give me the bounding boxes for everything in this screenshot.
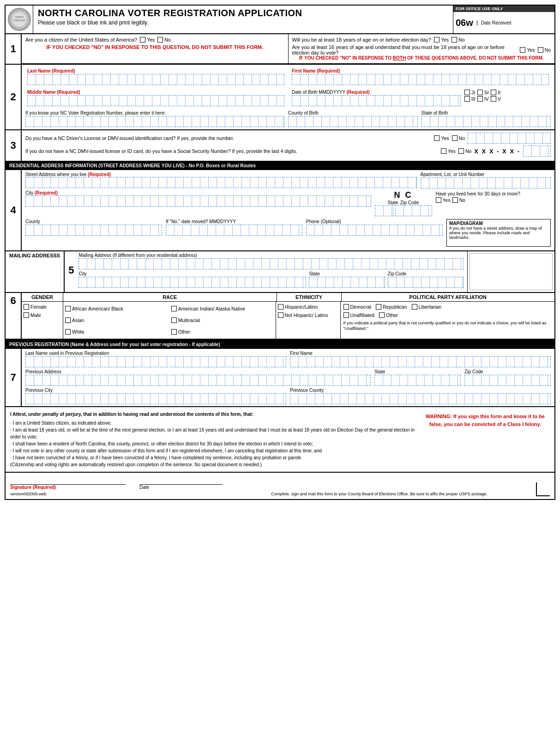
s3-q2-no-cb[interactable] — [458, 148, 464, 154]
street-input[interactable] — [25, 177, 417, 188]
mailing-zip-label: Zip Code — [388, 271, 464, 276]
date-line[interactable] — [139, 475, 223, 485]
mailing-city-label: City — [78, 271, 306, 276]
lived-no-cb[interactable] — [452, 197, 458, 203]
q2-yes-checkbox[interactable] — [434, 37, 440, 43]
footer: Signature (Required) Date version092009-… — [6, 472, 554, 499]
race-white-cb[interactable] — [65, 329, 71, 335]
party-header: POLITICAL PARTY AFFILIATION — [342, 293, 555, 301]
mailing-zip-field: Zip Code — [388, 271, 464, 288]
race-asian-cb[interactable] — [65, 317, 71, 323]
ssn-input[interactable] — [523, 146, 551, 157]
suffix-iii-cb[interactable] — [464, 96, 470, 102]
office-date-block: 06w Date Received — [453, 12, 554, 33]
suffix-ii-cb[interactable] — [491, 90, 496, 95]
prev-county-input[interactable] — [290, 393, 551, 404]
q2-yes-label: Yes — [434, 37, 449, 43]
suffix-iv-cb[interactable] — [477, 96, 483, 102]
county-birth-input[interactable] — [288, 116, 418, 127]
gender-female-cb[interactable] — [24, 304, 29, 310]
warning2-suffix: OF THESE QUESTIONS ABOVE, DO NOT SUBMIT … — [406, 55, 544, 61]
party-libertarian: Libertarian — [412, 304, 442, 310]
s3-dl-input[interactable] — [468, 133, 551, 144]
map-title: MAP/DIAGRAM — [449, 221, 548, 226]
suffix-v-cb[interactable] — [491, 96, 496, 102]
mailing-address-field: Mailing Address (If different from your … — [78, 253, 464, 288]
race-aa-cb[interactable] — [65, 306, 71, 311]
prev-address-label: Previous Address — [25, 369, 371, 374]
eth-not-hispanic-cb[interactable] — [278, 312, 283, 318]
state-label: State — [388, 200, 398, 205]
q3-no-checkbox[interactable] — [538, 47, 543, 53]
race-multi-cb[interactable] — [171, 317, 177, 323]
date-moved-input[interactable] — [166, 225, 302, 236]
race-other-cb[interactable] — [171, 329, 177, 335]
s3-q2-yes-cb[interactable] — [441, 148, 446, 154]
county-birth-label: County of Birth — [288, 110, 418, 116]
county-input[interactable] — [25, 225, 162, 236]
prev-zip-input[interactable] — [464, 375, 551, 386]
s3-q1-yes-cb[interactable] — [434, 135, 440, 141]
nc-voter-id-label: If you know your NC Voter Registration N… — [25, 110, 284, 116]
prev-city-input[interactable] — [25, 393, 286, 404]
prev-city-label: Previous City — [25, 388, 286, 393]
s1-warning: IF YOU CHECKED "NO" IN RESPONSE TO THIS … — [25, 43, 284, 52]
prev-state-field: State — [374, 369, 461, 386]
s3-q2-answer: Yes No X X X - X X - — [441, 146, 551, 157]
first-name-field: First Name (Required) — [292, 68, 549, 85]
dob-input[interactable] — [292, 95, 461, 106]
race-american-indian: American Indian/ Alaska Native — [171, 304, 274, 314]
last-name-field: Last Name (Required) — [27, 68, 284, 85]
mailing-city-input[interactable] — [78, 277, 306, 288]
section-4-number: 4 — [6, 170, 22, 250]
race-multiracial: Multiracial — [171, 316, 274, 325]
suffix-jr-cb[interactable] — [464, 90, 470, 95]
gender-male-cb[interactable] — [24, 312, 29, 318]
state-birth-input[interactable] — [422, 116, 551, 127]
mailing-input[interactable] — [78, 258, 464, 269]
first-name-label: First Name (Required) — [292, 68, 549, 73]
prev-state-input[interactable] — [374, 375, 461, 386]
gender-header: GENDER — [22, 293, 63, 301]
q2-no-checkbox[interactable] — [452, 37, 457, 43]
prev-first-name-input[interactable] — [290, 356, 551, 367]
mailing-section: MAILING ADDRESSS 5 Mailing Address (If d… — [6, 251, 554, 293]
q1-no-checkbox[interactable] — [157, 37, 163, 43]
zip-input[interactable] — [395, 205, 432, 216]
nc-voter-id-input[interactable] — [25, 116, 284, 127]
city-input[interactable] — [25, 195, 371, 207]
race-ai-cb[interactable] — [171, 306, 177, 311]
apt-input[interactable] — [421, 177, 551, 189]
first-name-input[interactable] — [292, 74, 549, 85]
party-rep-cb[interactable] — [376, 304, 381, 310]
lived-yes-cb[interactable] — [436, 197, 441, 203]
prev-last-name-input[interactable] — [25, 356, 286, 367]
age16-question: Are you at least 16 years of age and und… — [292, 44, 551, 55]
party-lib-cb[interactable] — [412, 304, 417, 310]
party-unaff-cb[interactable] — [343, 312, 349, 318]
middle-name-input[interactable] — [27, 95, 284, 106]
last-name-input[interactable] — [27, 74, 284, 85]
prev-zip-label: Zip Code — [464, 369, 551, 374]
party-dem-cb[interactable] — [343, 304, 349, 310]
signature-line[interactable] — [10, 475, 126, 485]
suffix-sr-cb[interactable] — [477, 90, 483, 95]
warning-text: WARNING: If you sign this form and know … — [426, 414, 545, 427]
q1-yes-checkbox[interactable] — [140, 37, 145, 43]
mailing-state-input[interactable] — [309, 277, 385, 288]
gender-female: Female — [24, 304, 61, 310]
section-4: 4 Street Address where you live (Require… — [6, 170, 554, 251]
eth-hispanic-cb[interactable] — [278, 304, 283, 310]
phone-input[interactable] — [306, 225, 443, 236]
s1-warning-right: IF YOU CHECKED "NO" IN RESPONSE TO BOTH … — [292, 55, 551, 61]
s3-q1-no-cb[interactable] — [452, 135, 458, 141]
q3-yes-checkbox[interactable] — [520, 47, 525, 53]
mailing-zip-input[interactable] — [388, 277, 464, 288]
map-desc: If you do not have a street address, dra… — [449, 226, 548, 240]
prev-address-input[interactable] — [25, 375, 371, 386]
section-7: 7 Last Name used in Previous Registratio… — [6, 349, 554, 407]
map-area — [470, 253, 553, 290]
state-input[interactable] — [375, 205, 393, 216]
party-other-cb[interactable] — [379, 312, 385, 318]
s3-q2-text: If you do not have a NC DMV-issued licen… — [25, 148, 441, 154]
